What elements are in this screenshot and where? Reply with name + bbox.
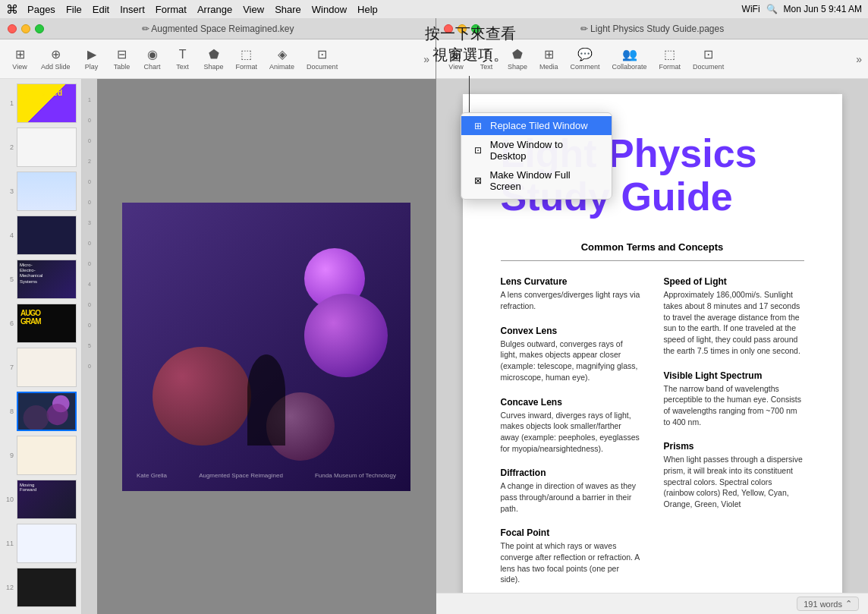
term-convex-lens: Convex Lens Bulges outward, converges ra… [501, 326, 641, 383]
list-item[interactable]: 11 [3, 522, 78, 565]
list-item[interactable]: 1 AugmentedVirtual [3, 82, 78, 124]
list-item[interactable]: 9 [3, 434, 78, 477]
term-title: Convex Lens [501, 326, 641, 336]
term-prisms: Prisms When light passes through a dispe… [664, 441, 804, 509]
toolbar-view[interactable]: ⊞ View [6, 44, 33, 74]
term-title: Lens Curvature [501, 276, 641, 287]
context-menu-replace-tiled[interactable]: ⊞ Replace Tiled Window [461, 116, 612, 135]
toolbar-animate[interactable]: ◈ Animate [265, 44, 299, 74]
keynote-toolbar: ⊞ View ⊕ Add Slide ▶ Play ⊟ Table ◉ Char… [0, 39, 436, 79]
menu-view[interactable]: View [243, 4, 264, 15]
menu-help[interactable]: Help [357, 4, 378, 15]
menu-pages[interactable]: Pages [27, 4, 55, 15]
pages-toolbar-comment[interactable]: 💬 Comment [566, 44, 605, 74]
term-desc: The narrow band of wavelengths perceptib… [664, 383, 804, 428]
search-icon[interactable]: 🔍 [766, 4, 778, 14]
menu-share[interactable]: Share [275, 4, 301, 15]
pages-format-label: Format [659, 63, 681, 71]
toolbar-shape[interactable]: ⬟ Shape [200, 44, 228, 74]
toolbar-expand-icon[interactable]: » [423, 53, 429, 65]
pages-document-label: Document [693, 63, 724, 71]
menu-items: Pages File Edit Insert Format Arrange Vi… [27, 4, 378, 15]
menu-arrange[interactable]: Arrange [197, 4, 232, 15]
play-icon: ▶ [87, 47, 96, 61]
menu-window[interactable]: Window [312, 4, 347, 15]
list-item[interactable]: 8 [3, 390, 78, 433]
pages-toolbar-media[interactable]: ⊞ Media [535, 44, 563, 74]
animate-label: Animate [269, 63, 294, 71]
term-title: Diffraction [501, 468, 641, 478]
pages-maximize-button[interactable] [471, 24, 480, 33]
menu-insert[interactable]: Insert [120, 4, 145, 15]
list-item[interactable]: 10 MovingForward [3, 478, 78, 521]
context-menu-move-desktop[interactable]: ⊡ Move Window to Desktop [461, 135, 612, 165]
list-item[interactable]: 4 [3, 214, 78, 257]
pages-toolbar-document[interactable]: ⊡ Document [688, 44, 728, 74]
pages-titlebar: ✏ Light Physics Study Guide.pages [436, 18, 868, 39]
list-item[interactable]: 12 [3, 566, 78, 609]
term-desc: Approximately 186,000mi/s. Sunlight take… [664, 289, 804, 356]
keynote-window: ✏ Augmented Space Reimagined.key ⊞ View … [0, 18, 436, 614]
context-menu-full-screen[interactable]: ⊠ Make Window Full Screen [461, 165, 612, 196]
chart-icon: ◉ [147, 47, 158, 61]
term-lens-curvature: Lens Curvature A lens converges/diverges… [501, 276, 641, 311]
table-icon: ⊟ [117, 47, 127, 61]
toolbar-document[interactable]: ⊡ Document [302, 44, 342, 74]
maximize-button[interactable] [35, 24, 44, 33]
close-button[interactable] [8, 24, 17, 33]
word-count-badge[interactable]: 191 words ⌃ [797, 597, 859, 611]
pages-traffic-lights [444, 24, 480, 33]
pages-toolbar-shape[interactable]: ⬟ Shape [503, 44, 532, 74]
toolbar-play[interactable]: ▶ Play [78, 44, 105, 74]
document-label: Document [307, 63, 338, 71]
pages-document-icon: ⊡ [703, 47, 713, 61]
menu-edit[interactable]: Edit [93, 4, 109, 15]
keynote-slide-main: Kate Grella Augmented Space Reimagined F… [122, 203, 410, 491]
list-item[interactable]: 5 Micro-Electro-MechanicalSystems [3, 258, 78, 301]
pages-toolbar-view[interactable]: ⊞ View [442, 44, 470, 74]
add-slide-label: Add Slide [41, 63, 71, 71]
shape-label: Shape [204, 63, 224, 71]
toolbar-add-slide[interactable]: ⊕ Add Slide [36, 44, 75, 74]
doc-subtitle: Common Terms and Concepts [501, 241, 804, 253]
play-label: Play [85, 63, 99, 71]
pages-toolbar: ⊞ View T Text ⬟ Shape ⊞ Media 💬 Comment … [436, 39, 868, 79]
list-item[interactable]: 3 [3, 170, 78, 213]
pages-collaborate-label: Collaborate [612, 63, 647, 71]
apple-menu[interactable]: ⌘ [6, 2, 18, 17]
doc-columns: Lens Curvature A lens converges/diverges… [501, 276, 804, 593]
full-screen-label: Make Window Full Screen [490, 169, 601, 192]
menu-format[interactable]: Format [156, 4, 187, 15]
replace-tiled-label: Replace Tiled Window [490, 120, 588, 131]
pages-minimize-button[interactable] [458, 24, 467, 33]
keynote-title: ✏ Augmented Space Reimagined.key [142, 24, 294, 34]
pages-toolbar-format[interactable]: ⬚ Format [655, 44, 686, 74]
pages-title: ✏ Light Physics Study Guide.pages [580, 24, 724, 34]
toolbar-chart[interactable]: ◉ Chart [139, 44, 166, 74]
table-label: Table [114, 63, 131, 71]
pages-comment-icon: 💬 [577, 47, 593, 61]
pages-media-icon: ⊞ [544, 47, 554, 61]
add-slide-icon: ⊕ [51, 47, 61, 61]
term-title: Visible Light Spectrum [664, 370, 804, 381]
pages-window: ✏ Light Physics Study Guide.pages ⊞ View… [436, 18, 868, 614]
pages-toolbar-collaborate[interactable]: 👥 Collaborate [608, 44, 652, 74]
toolbar-table[interactable]: ⊟ Table [108, 44, 136, 74]
pages-close-button[interactable] [444, 24, 453, 33]
menu-file[interactable]: File [66, 4, 82, 15]
format-label: Format [236, 63, 258, 71]
pages-toolbar-text[interactable]: T Text [473, 45, 500, 74]
minimize-button[interactable] [21, 24, 30, 33]
list-item[interactable]: 6 AUGOGRAM [3, 302, 78, 345]
pages-toolbar-expand-icon[interactable]: » [856, 53, 862, 65]
toolbar-format[interactable]: ⬚ Format [231, 44, 263, 74]
list-item[interactable]: 7 [3, 346, 78, 389]
split-view: ✏ Augmented Space Reimagined.key ⊞ View … [0, 18, 868, 614]
list-item[interactable]: 2 [3, 126, 78, 168]
doc-column-left: Lens Curvature A lens converges/diverges… [501, 276, 641, 593]
word-count-chevron[interactable]: ⌃ [845, 599, 852, 609]
slide-1-label: AugmentedVirtual [17, 84, 76, 107]
doc-column-right: Speed of Light Approximately 186,000mi/s… [664, 276, 804, 593]
toolbar-text[interactable]: T Text [169, 45, 197, 74]
caption-right: Funda Museum of Technology [315, 472, 396, 479]
